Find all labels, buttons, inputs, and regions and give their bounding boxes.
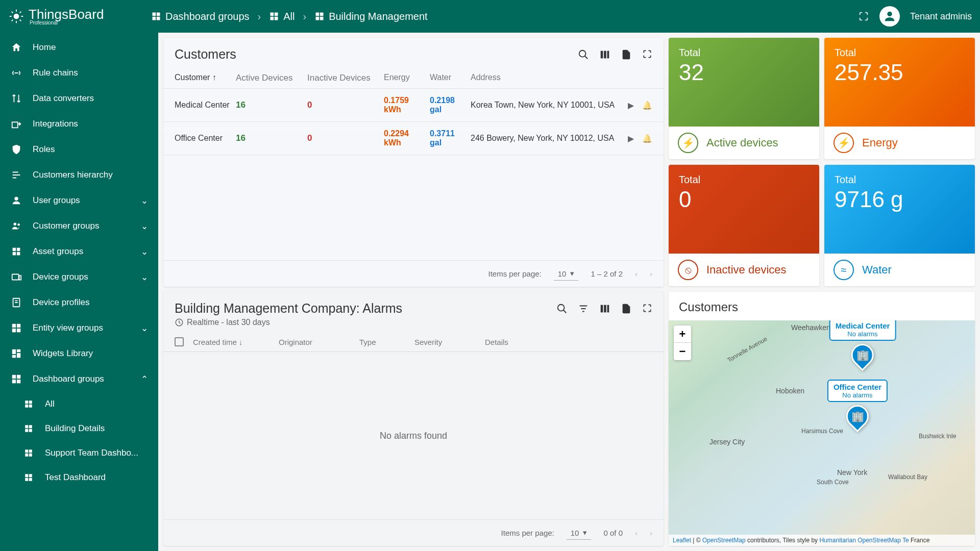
columns-icon[interactable] [599,303,610,314]
osm-link[interactable]: OpenStreetMap [702,537,746,544]
svg-rect-30 [17,349,20,353]
shield-icon [10,144,22,155]
pager-range: 1 – 2 of 2 [591,269,623,278]
sidebar-item-roles[interactable]: Roles [0,137,158,162]
search-icon[interactable] [556,303,568,314]
zoom-out-button[interactable]: − [674,343,691,360]
page-size-select[interactable]: 10 ▾ [554,267,579,281]
sidebar-item-integrations[interactable]: Integrations [0,111,158,137]
fullscreen-icon[interactable] [642,303,652,314]
pager: Items per page: 10 ▾ 0 of 0 ‹ › [163,519,664,546]
bell-icon[interactable]: 🔔 [642,134,652,143]
sidebar-subitem-building-details[interactable]: Building Details [0,416,158,441]
customer-name: Office Center [175,134,236,143]
columns-icon[interactable] [599,49,610,60]
svg-rect-26 [17,324,20,328]
hot-link[interactable]: Humanitarian OpenStreetMap Te [819,537,909,544]
user-avatar[interactable] [879,6,900,27]
bell-icon[interactable]: 🔔 [642,101,652,110]
breadcrumb-label: Building Management [329,11,427,22]
table-row[interactable]: Office Center1600.2294kWh0.3711gal246 Bo… [163,122,664,155]
sidebar-item-device-profiles[interactable]: Device profiles [0,290,158,315]
time-window[interactable]: Realtime - last 30 days [163,318,664,332]
breadcrumb-dashboard-groups[interactable]: Dashboard groups [151,11,250,22]
sidebar-item-dashboard-groups[interactable]: Dashboard groups⌃ [0,366,158,392]
building-icon: 🏢 [851,410,864,422]
breadcrumb-label: Dashboard groups [165,11,250,22]
sidebar-item-entity-view-groups[interactable]: Entity view groups⌄ [0,315,158,341]
chevron-down-icon: ⌄ [141,272,148,283]
next-page-icon[interactable]: › [650,269,652,278]
next-page-icon[interactable]: › [650,529,652,537]
unplug-icon: ⦸ [678,260,698,280]
device-icon [10,271,22,283]
panel-title: Building Management Company: Alarms [175,301,402,316]
building-icon: 🏢 [856,349,869,361]
sidebar-item-user-groups[interactable]: User groups⌄ [0,188,158,213]
filter-icon[interactable] [578,303,589,314]
sort-desc-icon[interactable]: ↓ [239,338,243,346]
export-icon[interactable] [621,303,632,314]
people-icon [10,220,22,232]
breadcrumb: Dashboard groups › All › Building Manage… [151,11,428,22]
empty-state: No alarms found [163,352,664,519]
leaflet-link[interactable]: Leaflet [673,537,691,544]
fullscreen-icon[interactable] [858,11,869,22]
map-pin-office[interactable]: Office CenterNo alarms 🏢 [827,380,888,428]
chevron-down-icon: ⌄ [141,323,148,334]
chevron-down-icon: ⌄ [141,246,148,257]
svg-rect-29 [12,349,16,354]
zoom-in-button[interactable]: + [674,325,691,343]
card-water[interactable]: Total9716 g ≈Water [824,165,975,286]
map-pin-medical[interactable]: Medical CenterNo alarms 🏢 [829,320,896,366]
card-energy[interactable]: Total257.35 ⚡Energy [824,38,975,159]
sidebar-item-widgets-library[interactable]: Widgets Library [0,341,158,366]
breadcrumb-all[interactable]: All [269,11,295,22]
sidebar-item-home[interactable]: Home [0,35,158,60]
table-header: Created time ↓ Originator Type Severity … [163,332,664,352]
sidebar-item-customer-groups[interactable]: Customer groups⌄ [0,213,158,239]
breadcrumb-current[interactable]: Building Management [314,11,427,22]
sidebar: HomeRule chainsData convertersIntegratio… [0,33,158,551]
svg-rect-4 [157,17,160,20]
svg-rect-48 [29,454,32,457]
sidebar-subitem-all[interactable]: All [0,392,158,416]
sidebar-subitem-support-team-dashbo[interactable]: Support Team Dashbo... [0,441,158,465]
pager-label: Items per page: [501,529,554,537]
sidebar-item-data-converters[interactable]: Data converters [0,86,158,111]
prev-page-icon[interactable]: ‹ [635,529,638,537]
sidebar-item-customers-hierarchy[interactable]: Customers hierarchy [0,162,158,188]
logo[interactable]: ThingsBoard Professional [8,8,151,26]
sidebar-item-label: Widgets Library [33,348,93,359]
sidebar-item-label: Integrations [33,119,78,129]
sidebar-item-label: Asset groups [33,246,83,257]
svg-rect-52 [29,478,32,481]
sidebar-item-asset-groups[interactable]: Asset groups⌄ [0,239,158,264]
select-all-checkbox[interactable] [175,337,184,346]
card-active-devices[interactable]: Total32 ⚡Active devices [669,38,819,159]
svg-point-16 [14,223,17,226]
table-row[interactable]: Medical Center1600.1759kWh0.2198galKorea… [163,89,664,122]
sidebar-item-rule-chains[interactable]: Rule chains [0,60,158,86]
search-icon[interactable] [578,49,589,60]
svg-rect-47 [25,454,28,457]
svg-rect-25 [12,324,16,328]
water-icon: ≈ [834,260,854,280]
sort-asc-icon[interactable]: ↑ [212,73,216,82]
sidebar-subitem-test-dashboard[interactable]: Test Dashboard [0,465,158,490]
prev-page-icon[interactable]: ‹ [635,269,638,278]
play-icon[interactable]: ▶ [628,134,634,143]
export-icon[interactable] [621,49,632,60]
topbar: ThingsBoard Professional Dashboard group… [0,0,980,33]
card-inactive-devices[interactable]: Total0 ⦸Inactive devices [669,165,819,286]
play-icon[interactable]: ▶ [628,101,634,110]
fullscreen-icon[interactable] [642,49,652,60]
svg-point-53 [579,50,586,57]
svg-point-15 [14,197,18,201]
svg-rect-31 [12,355,16,358]
sidebar-item-label: Dashboard groups [33,374,104,384]
page-size-select[interactable]: 10 ▾ [567,526,592,540]
sidebar-item-device-groups[interactable]: Device groups⌄ [0,264,158,290]
chain-icon [10,67,22,79]
map[interactable]: Weehawken Hoboken Jersey City New York H… [669,320,975,546]
